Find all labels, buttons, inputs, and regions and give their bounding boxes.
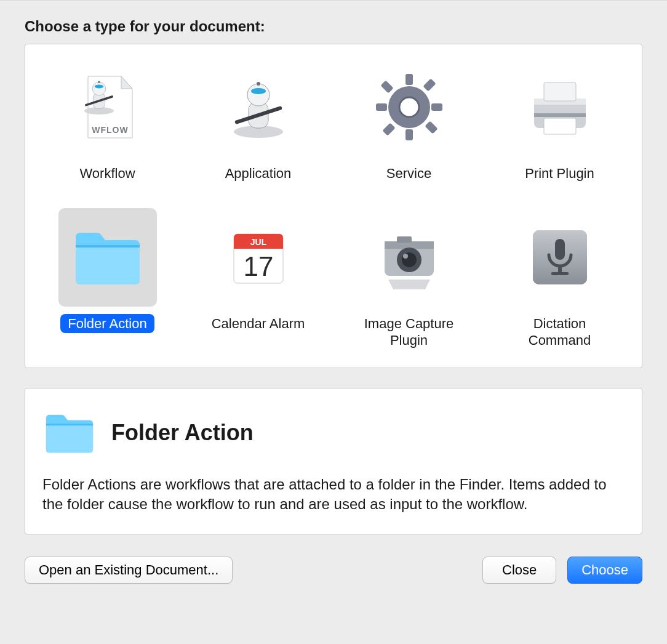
description-icon (42, 406, 97, 460)
type-calendar-alarm[interactable]: Calendar Alarm (197, 208, 320, 350)
description-text: Folder Actions are workflows that are at… (42, 475, 625, 515)
type-folder-action[interactable]: Folder Action (46, 208, 169, 350)
type-label: Image Capture Plugin (348, 314, 471, 350)
dictation-command-icon (511, 208, 609, 307)
open-existing-button[interactable]: Open an Existing Document... (25, 557, 233, 584)
application-icon (209, 58, 308, 156)
workflow-icon (58, 58, 157, 156)
calendar-alarm-icon (209, 208, 308, 307)
type-label: Workflow (72, 164, 142, 183)
type-grid: Workflow Application Service Print Plugi… (40, 58, 627, 350)
choose-button[interactable]: Choose (567, 557, 642, 584)
description-title: Folder Action (111, 420, 254, 446)
type-dictation-command[interactable]: Dictation Command (498, 208, 621, 350)
type-workflow[interactable]: Workflow (46, 58, 169, 183)
type-application[interactable]: Application (197, 58, 320, 183)
type-label: Service (379, 164, 439, 183)
button-row: Open an Existing Document... Close Choos… (25, 557, 642, 584)
type-label: Application (218, 164, 299, 183)
type-label: Calendar Alarm (204, 314, 313, 334)
service-icon (360, 58, 458, 156)
image-capture-plugin-icon (360, 208, 458, 307)
prompt-title: Choose a type for your document: (25, 18, 642, 35)
type-label: Print Plugin (517, 164, 602, 183)
type-grid-container: Workflow Application Service Print Plugi… (25, 44, 642, 368)
document-type-sheet: Choose a type for your document: Workflo… (0, 0, 667, 644)
type-service[interactable]: Service (348, 58, 471, 183)
close-button[interactable]: Close (482, 557, 556, 584)
folder-action-icon (58, 208, 157, 307)
type-label: Dictation Command (498, 314, 621, 350)
description-panel: Folder Action Folder Actions are workflo… (25, 388, 642, 535)
type-print-plugin[interactable]: Print Plugin (498, 58, 621, 183)
type-image-capture-plugin[interactable]: Image Capture Plugin (348, 208, 471, 350)
print-plugin-icon (511, 58, 609, 156)
type-label: Folder Action (60, 314, 154, 334)
